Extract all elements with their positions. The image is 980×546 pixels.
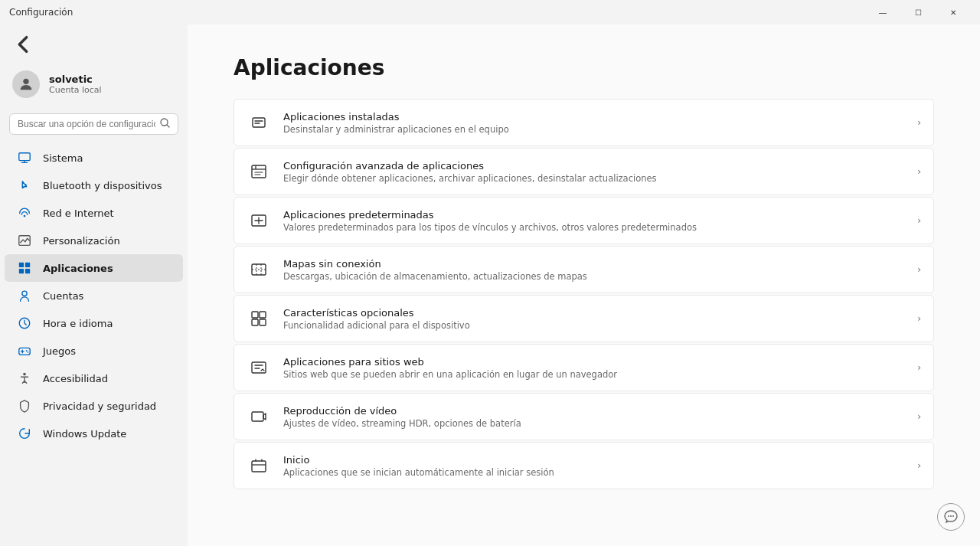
sidebar-item-windows-update[interactable]: Windows Update [5,420,183,447]
sidebar-item-aplicaciones[interactable]: Aplicaciones [5,254,183,282]
predeterminadas-title: Aplicaciones predeterminadas [283,209,905,221]
svg-rect-32 [260,312,266,318]
sidebar-item-hora[interactable]: Hora e idioma [5,309,183,337]
main-content: Aplicaciones Aplicaciones instaladas Des… [188,25,980,546]
close-button[interactable]: ✕ [936,0,971,25]
user-name: solvetic [49,74,102,85]
titlebar-controls: — ☐ ✕ [865,0,971,25]
svg-point-40 [952,515,954,517]
search-box[interactable] [9,113,178,135]
settings-item-predeterminadas[interactable]: Aplicaciones predeterminadas Valores pre… [234,197,934,244]
avanzada-text: Configuración avanzada de aplicaciones E… [283,160,905,184]
back-button[interactable] [12,34,34,55]
svg-rect-33 [252,319,258,325]
sidebar-label-red: Red e Internet [43,208,114,219]
mapas-desc: Descargas, ubicación de almacenamiento, … [283,271,905,282]
svg-line-2 [167,125,169,127]
avanzada-chevron: › [917,166,921,177]
svg-point-19 [23,373,26,376]
sidebar-label-juegos: Juegos [43,345,76,357]
settings-item-video[interactable]: Reproducción de vídeo Ajustes de vídeo, … [234,393,934,440]
svg-rect-11 [25,269,30,273]
app-layout: solvetic Cuenta local [0,25,980,546]
hora-icon [17,316,32,331]
privacidad-icon [17,398,32,414]
sidebar-item-privacidad[interactable]: Privacidad y seguridad [5,392,183,420]
search-icon [160,118,170,130]
settings-item-instaladas[interactable]: Aplicaciones instaladas Desinstalar y ad… [234,99,934,146]
svg-point-18 [28,351,29,353]
sidebar-item-bluetooth[interactable]: Bluetooth y dispositivos [5,172,183,199]
predeterminadas-desc: Valores predeterminados para los tipos d… [283,222,905,233]
sidebar-label-hora: Hora e idioma [43,318,113,329]
sitios-web-desc: Sitios web que se pueden abrir en una ap… [283,369,905,380]
sitios-web-text: Aplicaciones para sitios web Sitios web … [283,356,905,380]
svg-rect-35 [252,362,266,373]
search-input[interactable] [18,119,155,129]
settings-item-caracteristicas[interactable]: Características opcionales Funcionalidad… [234,295,934,342]
sidebar-item-red[interactable]: Red e Internet [5,199,183,227]
svg-rect-34 [260,319,266,325]
svg-rect-3 [19,153,30,161]
mapas-icon [247,257,271,282]
sidebar-label-accesibilidad: Accesibilidad [43,373,108,384]
accesibilidad-icon [17,371,32,386]
sidebar-item-sistema[interactable]: Sistema [5,144,183,172]
settings-item-inicio[interactable]: Inicio Aplicaciones que se inician autom… [234,442,934,489]
svg-point-0 [23,79,28,84]
cuentas-icon [17,288,32,303]
svg-rect-21 [253,118,265,127]
settings-list: Aplicaciones instaladas Desinstalar y ad… [234,99,934,489]
bluetooth-icon [17,178,32,193]
windows-update-icon [17,426,32,441]
sitios-web-title: Aplicaciones para sitios web [283,356,905,368]
mapas-chevron: › [917,264,921,275]
video-chevron: › [917,411,921,422]
chat-bubble-button[interactable] [937,503,965,531]
sistema-icon [17,150,32,165]
predeterminadas-icon [247,208,271,233]
user-info: solvetic Cuenta local [49,74,102,95]
svg-rect-31 [252,312,258,318]
svg-rect-24 [252,165,266,178]
avanzada-title: Configuración avanzada de aplicaciones [283,160,905,172]
avanzada-icon [247,159,271,184]
sidebar-label-personalizacion: Personalización [43,235,120,247]
svg-rect-8 [19,263,24,267]
svg-rect-9 [25,263,30,267]
settings-item-mapas[interactable]: Mapas sin conexión Descargas, ubicación … [234,246,934,293]
instaladas-chevron: › [917,117,921,128]
caracteristicas-icon [247,306,271,331]
page-title: Aplicaciones [234,55,934,80]
sidebar-item-juegos[interactable]: Juegos [5,337,183,365]
svg-point-38 [948,515,949,517]
caracteristicas-title: Características opcionales [283,307,905,319]
svg-rect-36 [252,412,263,421]
sidebar-label-aplicaciones: Aplicaciones [43,263,113,274]
sidebar: solvetic Cuenta local [0,25,188,546]
caracteristicas-desc: Funcionalidad adicional para el disposit… [283,320,905,331]
inicio-title: Inicio [283,454,905,466]
caracteristicas-text: Características opcionales Funcionalidad… [283,307,905,331]
settings-item-avanzada[interactable]: Configuración avanzada de aplicaciones E… [234,148,934,195]
instaladas-desc: Desinstalar y administrar aplicaciones e… [283,124,905,135]
minimize-button[interactable]: — [865,0,900,25]
sidebar-item-accesibilidad[interactable]: Accesibilidad [5,365,183,392]
svg-point-6 [24,215,26,217]
sidebar-label-windows-update: Windows Update [43,428,126,440]
sitios-web-icon [247,355,271,380]
mapas-text: Mapas sin conexión Descargas, ubicación … [283,258,905,282]
mapas-title: Mapas sin conexión [283,258,905,270]
maximize-button[interactable]: ☐ [900,0,936,25]
inicio-chevron: › [917,460,921,471]
juegos-icon [17,343,32,358]
predeterminadas-text: Aplicaciones predeterminadas Valores pre… [283,209,905,233]
video-icon [247,404,271,429]
sitios-web-chevron: › [917,362,921,373]
settings-item-sitios-web[interactable]: Aplicaciones para sitios web Sitios web … [234,344,934,391]
user-section: solvetic Cuenta local [0,61,188,113]
sidebar-item-personalizacion[interactable]: Personalización [5,227,183,254]
video-title: Reproducción de vídeo [283,405,905,417]
sidebar-item-cuentas[interactable]: Cuentas [5,282,183,309]
caracteristicas-chevron: › [917,313,921,324]
